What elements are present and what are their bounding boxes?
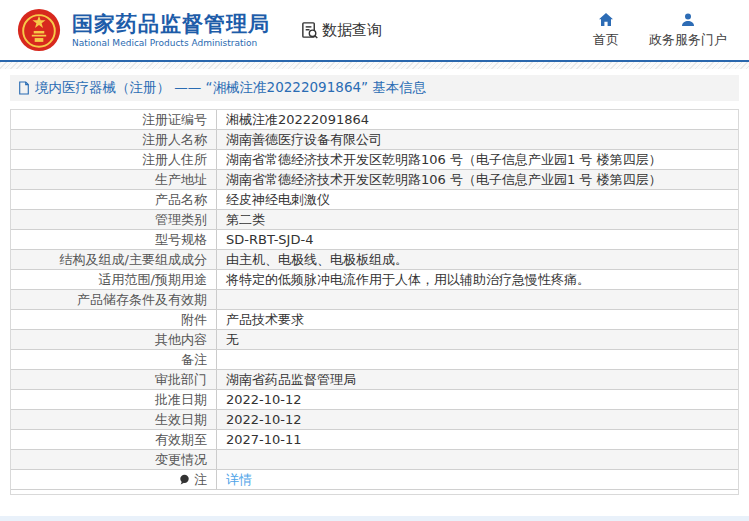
table-row: 结构及组成/主要组成成分 由主机、电极线、电极板组成。	[11, 250, 738, 270]
table-row: 有效期至 2027-10-11	[11, 430, 738, 450]
row-value: 无	[216, 330, 738, 349]
table-row: 审批部门 湖南省药品监督管理局	[11, 370, 738, 390]
row-value: 将特定的低频脉冲电流作用于人体，用以辅助治疗急慢性疼痛。	[216, 270, 738, 289]
row-label-text: 审批部门	[155, 371, 207, 389]
row-label-text: 管理类别	[155, 211, 207, 229]
row-label-text: 有效期至	[155, 431, 207, 449]
header: 国家药品监督管理局 National Medical Products Admi…	[0, 0, 749, 62]
row-label: 注册人住所	[11, 150, 216, 169]
row-label: 附件	[11, 310, 216, 329]
table-row: 产品名称 经皮神经电刺激仪	[11, 190, 738, 210]
row-value: 湖南省常德经济技术开发区乾明路106 号（电子信息产业园1 号 楼第四层）	[216, 170, 738, 189]
hatched-divider	[0, 62, 749, 69]
row-value: 湘械注准20222091864	[216, 110, 738, 129]
table-row: 管理类别 第二类	[11, 210, 738, 230]
document-search-icon	[300, 21, 319, 40]
table-row: 适用范围/预期用途 将特定的低频脉冲电流作用于人体，用以辅助治疗急慢性疼痛。	[11, 270, 738, 290]
page-title: 境内医疗器械（注册） —— “湘械注准20222091864” 基本信息	[35, 79, 426, 97]
row-label: 批准日期	[11, 390, 216, 409]
document-icon	[18, 81, 30, 95]
row-label-text: 适用范围/预期用途	[99, 271, 207, 289]
note-balloon-icon	[179, 474, 190, 485]
info-table-body: 注册证编号 湘械注准20222091864 注册人名称 湖南善德医疗设备有限公司…	[11, 110, 738, 490]
user-icon	[680, 12, 696, 28]
row-label-text: 结构及组成/主要组成成分	[60, 251, 207, 269]
table-row: 其他内容 无	[11, 330, 738, 350]
footer-strip	[0, 516, 749, 521]
page-title-bar: 境内医疗器械（注册） —— “湘械注准20222091864” 基本信息	[10, 75, 739, 101]
row-label-text: 变更情况	[155, 451, 207, 469]
china-national-emblem-icon	[16, 7, 62, 53]
row-label: 产品名称	[11, 190, 216, 209]
table-row: 生效日期 2022-10-12	[11, 410, 738, 430]
row-value: 2027-10-11	[216, 430, 738, 449]
row-value: 湖南省常德经济技术开发区乾明路106 号（电子信息产业园1 号 楼第四层）	[216, 150, 738, 169]
row-value: 第二类	[216, 210, 738, 229]
row-label: 有效期至	[11, 430, 216, 449]
row-label: 生效日期	[11, 410, 216, 429]
row-value	[216, 350, 738, 369]
nav-gov-portal-label: 政务服务门户	[649, 31, 727, 49]
row-label: 审批部门	[11, 370, 216, 389]
site-title: 国家药品监督管理局	[72, 12, 270, 36]
table-row: 注册人名称 湖南善德医疗设备有限公司	[11, 130, 738, 150]
table-row: 批准日期 2022-10-12	[11, 390, 738, 410]
row-label-text: 备注	[181, 351, 207, 369]
nav-home-label: 首页	[593, 31, 619, 49]
table-row: 注册人住所 湖南省常德经济技术开发区乾明路106 号（电子信息产业园1 号 楼第…	[11, 150, 738, 170]
row-label-text: 批准日期	[155, 391, 207, 409]
data-query-button[interactable]: 数据查询	[300, 21, 382, 40]
table-row: 注册证编号 湘械注准20222091864	[11, 110, 738, 130]
row-label-text: 注册人名称	[142, 131, 207, 149]
row-value: 经皮神经电刺激仪	[216, 190, 738, 209]
row-label-text: 产品储存条件及有效期	[77, 291, 207, 309]
row-label-text: 生效日期	[155, 411, 207, 429]
row-label-text: 注册人住所	[142, 151, 207, 169]
row-label: 其他内容	[11, 330, 216, 349]
table-row: 型号规格 SD-RBT-SJD-4	[11, 230, 738, 250]
row-label-text: 注	[194, 471, 207, 489]
row-value: 2022-10-12	[216, 390, 738, 409]
row-value: 详情	[216, 470, 738, 489]
row-label: 产品储存条件及有效期	[11, 290, 216, 309]
row-value: 由主机、电极线、电极板组成。	[216, 250, 738, 269]
table-row: 变更情况	[11, 450, 738, 470]
header-nav: 首页 政务服务门户	[593, 12, 735, 49]
site-brand: 国家药品监督管理局 National Medical Products Admi…	[72, 12, 270, 47]
table-row: 生产地址 湖南省常德经济技术开发区乾明路106 号（电子信息产业园1 号 楼第四…	[11, 170, 738, 190]
table-row: 注 详情	[11, 470, 738, 490]
table-row: 备注	[11, 350, 738, 370]
row-label: 型号规格	[11, 230, 216, 249]
row-label-text: 产品名称	[155, 191, 207, 209]
row-value: 湖南善德医疗设备有限公司	[216, 130, 738, 149]
row-label-text: 附件	[181, 311, 207, 329]
data-query-label: 数据查询	[322, 21, 382, 40]
site-subtitle: National Medical Products Administration	[72, 38, 270, 48]
row-label: 适用范围/预期用途	[11, 270, 216, 289]
row-label: 变更情况	[11, 450, 216, 469]
row-label: 注	[11, 470, 216, 489]
row-label-text: 其他内容	[155, 331, 207, 349]
table-row: 产品储存条件及有效期	[11, 290, 738, 310]
row-label-text: 注册证编号	[142, 111, 207, 129]
row-label: 生产地址	[11, 170, 216, 189]
row-label-text: 生产地址	[155, 171, 207, 189]
info-table: 注册证编号 湘械注准20222091864 注册人名称 湖南善德医疗设备有限公司…	[10, 109, 739, 495]
home-icon	[598, 12, 614, 28]
nav-gov-service-portal[interactable]: 政务服务门户	[649, 12, 727, 49]
row-label: 注册人名称	[11, 130, 216, 149]
row-label: 注册证编号	[11, 110, 216, 129]
row-value: 湖南省药品监督管理局	[216, 370, 738, 389]
row-value	[216, 290, 738, 309]
row-label-text: 型号规格	[155, 231, 207, 249]
nav-home[interactable]: 首页	[593, 12, 619, 49]
row-value	[216, 450, 738, 469]
row-value: 产品技术要求	[216, 310, 738, 329]
row-value: 2022-10-12	[216, 410, 738, 429]
detail-link[interactable]: 详情	[226, 471, 252, 489]
row-label: 管理类别	[11, 210, 216, 229]
row-value: SD-RBT-SJD-4	[216, 230, 738, 249]
table-row: 附件 产品技术要求	[11, 310, 738, 330]
row-label: 备注	[11, 350, 216, 369]
row-label: 结构及组成/主要组成成分	[11, 250, 216, 269]
